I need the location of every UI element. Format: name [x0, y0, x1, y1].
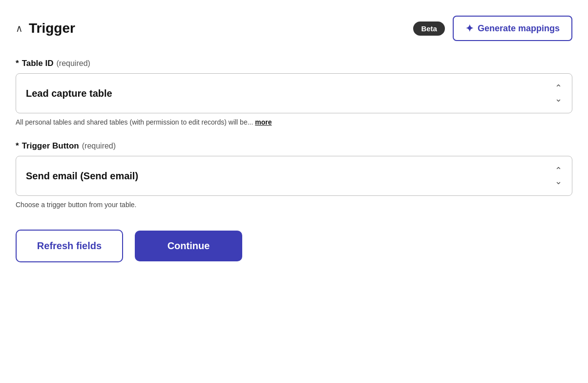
table-id-required: (required) — [57, 59, 90, 68]
trigger-button-label: * Trigger Button (required) — [16, 141, 572, 151]
continue-button[interactable]: Continue — [135, 231, 242, 261]
header-left: ∧ Trigger — [16, 21, 75, 36]
table-id-star: * — [16, 59, 19, 68]
trigger-button-section: * Trigger Button (required) Send email (… — [16, 141, 572, 210]
generate-mappings-label: Generate mappings — [478, 23, 560, 34]
trigger-button-hint: Choose a trigger button from your table. — [16, 200, 572, 210]
trigger-button-star: * — [16, 141, 19, 151]
trigger-button-label-text: Trigger Button — [22, 141, 79, 151]
trigger-button-required: (required) — [82, 142, 116, 150]
sparkle-icon: ✦ — [465, 22, 474, 34]
page-container: ∧ Trigger Beta ✦ Generate mappings * Tab… — [0, 0, 588, 383]
table-id-value: Lead capture table — [26, 88, 112, 99]
refresh-fields-button[interactable]: Refresh fields — [16, 230, 123, 262]
header-right: Beta ✦ Generate mappings — [413, 16, 572, 41]
buttons-row: Refresh fields Continue — [16, 230, 572, 262]
generate-mappings-button[interactable]: ✦ Generate mappings — [453, 16, 572, 41]
trigger-button-hint-text: Choose a trigger button from your table. — [16, 201, 136, 209]
header: ∧ Trigger Beta ✦ Generate mappings — [16, 16, 572, 41]
page-title: Trigger — [29, 21, 75, 36]
table-id-more-link[interactable]: more — [255, 118, 272, 126]
beta-badge: Beta — [413, 21, 445, 36]
table-id-chevron-icon: ⌃⌄ — [555, 83, 562, 104]
collapse-icon[interactable]: ∧ — [16, 22, 23, 34]
table-id-section: * Table ID (required) Lead capture table… — [16, 59, 572, 128]
table-id-label-text: Table ID — [22, 59, 54, 68]
table-id-hint: All personal tables and shared tables (w… — [16, 117, 572, 128]
table-id-select[interactable]: Lead capture table ⌃⌄ — [16, 73, 572, 113]
table-id-label: * Table ID (required) — [16, 59, 572, 68]
trigger-button-select[interactable]: Send email (Send email) ⌃⌄ — [16, 156, 572, 196]
trigger-button-value: Send email (Send email) — [26, 170, 138, 182]
trigger-button-chevron-icon: ⌃⌄ — [555, 165, 562, 187]
table-id-hint-text: All personal tables and shared tables (w… — [16, 118, 253, 126]
